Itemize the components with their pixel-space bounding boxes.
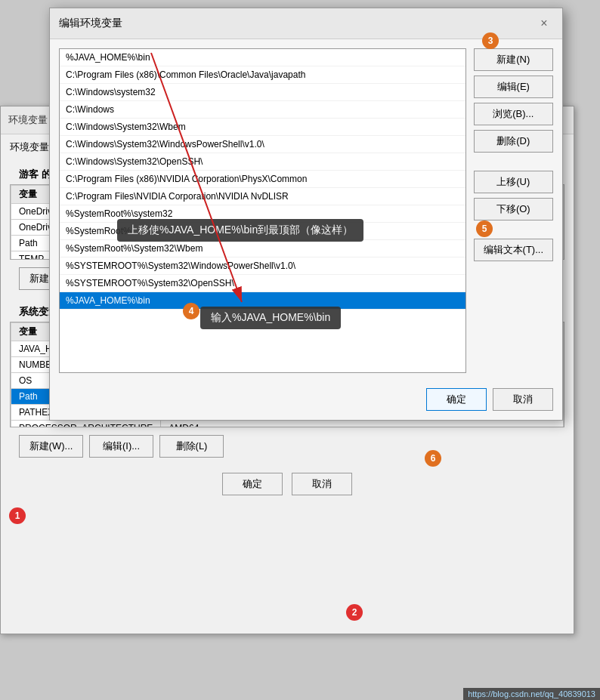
path-item-5[interactable]: C:\Windows\System32\WindowsPowerShell\v1… [60, 136, 465, 153]
badge-6: 6 [425, 450, 441, 467]
new-button[interactable]: 新建(N) [474, 48, 553, 71]
browse-button[interactable]: 浏览(B)... [474, 103, 553, 125]
main-dialog: 编辑环境变量 × %JAVA_HOME%\bin C:\Program File… [49, 8, 563, 421]
move-down-button[interactable]: 下移(O) [474, 198, 553, 220]
delete-button[interactable]: 删除(D) [474, 130, 553, 153]
edit-button[interactable]: 编辑(E) [474, 76, 553, 98]
path-item-7[interactable]: C:\Program Files (x86)\NVIDIA Corporatio… [60, 171, 465, 188]
path-item-12[interactable]: %SYSTEMROOT%\System32\WindowsPowerShell\… [60, 257, 465, 275]
path-list[interactable]: %JAVA_HOME%\bin C:\Program Files (x86)\C… [59, 48, 466, 373]
dialog-action-buttons: 新建(N) 编辑(E) 浏览(B)... 删除(D) 上移(U) 下移(O) 编… [474, 48, 553, 373]
dialog-footer: 确定 取消 [50, 382, 562, 420]
path-item-9[interactable]: %SystemRoot%\system32 [60, 205, 465, 223]
bg-title: 环境变量 [8, 113, 48, 127]
path-item-4[interactable]: C:\Windows\System32\Wbem [60, 119, 465, 136]
path-item-13[interactable]: %SYSTEMROOT%\System32\OpenSSH\ [60, 275, 465, 292]
path-item-8[interactable]: C:\Program Files\NVIDIA Corporation\NVID… [60, 188, 465, 205]
dialog-body: %JAVA_HOME%\bin C:\Program Files (x86)\C… [50, 39, 562, 382]
dialog-close-button[interactable]: × [535, 14, 553, 32]
dialog-title: 编辑环境变量 [59, 17, 122, 30]
dialog-cancel-button[interactable]: 取消 [493, 388, 553, 411]
path-item-1[interactable]: C:\Program Files (x86)\Common Files\Orac… [60, 66, 465, 84]
path-item-11[interactable]: %SystemRoot%\System32\Wbem [60, 240, 465, 257]
path-item-6[interactable]: C:\Windows\System32\OpenSSH\ [60, 153, 465, 171]
edit-text-button[interactable]: 编辑文本(T)... [474, 239, 553, 261]
dialog-ok-button[interactable]: 确定 [426, 388, 487, 411]
path-item-10[interactable]: %SystemRoot% [60, 223, 465, 240]
badge-5: 5 [476, 220, 493, 237]
badge-3: 3 [482, 32, 499, 49]
system-new-button[interactable]: 新建(W)... [19, 435, 83, 458]
path-item-14[interactable]: %JAVA_HOME%\bin [60, 292, 465, 310]
path-item-2[interactable]: C:\Windows\system32 [60, 84, 465, 101]
move-up-button[interactable]: 上移(U) [474, 171, 553, 193]
bg-confirm-buttons: 确定 取消 [1, 465, 574, 503]
system-buttons: 新建(W)... 编辑(I)... 删除(L) [10, 427, 564, 465]
badge-2: 2 [346, 604, 363, 621]
badge-1: 1 [9, 507, 26, 524]
path-item-0[interactable]: %JAVA_HOME%\bin [60, 49, 465, 66]
system-delete-button[interactable]: 删除(L) [159, 435, 224, 458]
badge-4: 4 [183, 303, 199, 319]
table-row[interactable]: PROCESSOR_ARCHITECTUREAMD64 [11, 421, 564, 428]
system-edit-button[interactable]: 编辑(I)... [89, 435, 153, 458]
bg-ok-button[interactable]: 确定 [222, 473, 283, 495]
url-bar: https://blog.csdn.net/qq_40839013 [463, 688, 600, 700]
path-item-3[interactable]: C:\Windows [60, 101, 465, 119]
bg-cancel-button[interactable]: 取消 [292, 473, 352, 495]
